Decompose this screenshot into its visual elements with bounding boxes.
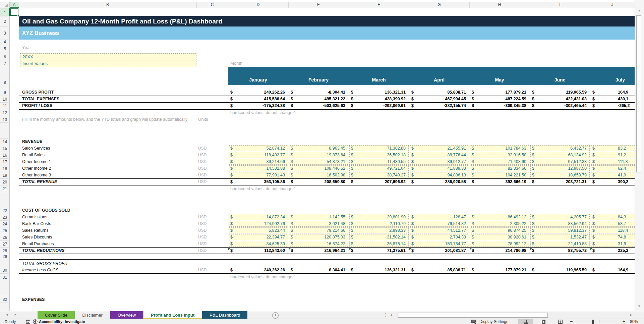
row-header-6[interactable]: 6 xyxy=(0,54,10,60)
cell-value[interactable]: 2,110.79 xyxy=(357,220,406,227)
row-header-3[interactable]: 3 xyxy=(0,31,10,36)
cell-value[interactable]: 164,9 xyxy=(618,89,635,96)
cell-value[interactable]: 177,879.21 xyxy=(477,267,526,273)
cell-value[interactable]: 78,992.12 xyxy=(477,240,526,247)
cell-value[interactable]: 39,912.77 xyxy=(417,158,466,165)
cell-value[interactable]: 2,998.33 xyxy=(357,227,406,234)
cell-value[interactable]: 19,873.64 xyxy=(296,152,345,158)
unit-cell[interactable]: USD xyxy=(198,152,218,158)
row-header-32[interactable]: 32 xyxy=(0,297,10,302)
col-header-e[interactable]: E xyxy=(288,2,349,8)
unit-cell[interactable]: USD xyxy=(198,267,218,273)
cell-value[interactable]: 225,3 xyxy=(618,247,635,254)
cell-value[interactable]: 86,492.12 xyxy=(477,214,526,220)
col-header-c[interactable]: C xyxy=(196,2,228,8)
zoom-in-button[interactable]: + xyxy=(623,319,625,324)
cell-value[interactable]: 71,375.61 xyxy=(357,247,406,254)
tab-pl-dashboard[interactable]: P&L Dashboard xyxy=(202,311,247,319)
cell-value[interactable]: 88,776.44 xyxy=(417,152,466,158)
scroll-down-icon[interactable]: ▼ xyxy=(638,305,641,308)
selection-fill-handle[interactable] xyxy=(17,15,19,17)
row-header-18[interactable]: 18 xyxy=(0,166,10,171)
cell-value[interactable]: 164,9 xyxy=(618,267,635,273)
row-header-16[interactable]: 16 xyxy=(0,153,10,158)
row-header-26[interactable]: 26 xyxy=(0,235,10,240)
year-hint-cell[interactable]: Insert Values xyxy=(20,60,196,67)
cell-value[interactable]: 286,920.58 xyxy=(417,178,466,185)
cell-value[interactable]: 108,446.52 xyxy=(296,165,345,172)
cell-value[interactable]: 487,224.59 xyxy=(477,96,526,102)
cell-value[interactable]: 79,214.66 xyxy=(296,227,345,234)
row-header-10[interactable]: 10 xyxy=(0,97,10,102)
row-label[interactable]: Commissions xyxy=(22,214,183,220)
cell-value[interactable]: 84,625.39 xyxy=(236,240,285,247)
month-header-july[interactable]: July xyxy=(590,76,635,83)
cell-value[interactable]: 89,214.66 xyxy=(236,158,285,165)
cell-value[interactable]: 3,021.48 xyxy=(296,220,345,227)
cell-value[interactable]: 392,666.19 xyxy=(477,178,526,185)
col-header-g[interactable]: G xyxy=(409,2,469,8)
row-header-28[interactable]: 28 xyxy=(0,248,10,254)
unit-cell[interactable]: USD xyxy=(198,234,218,240)
vertical-scroll-thumb[interactable] xyxy=(636,15,641,172)
tab-nav-right-icon[interactable]: ► xyxy=(14,313,17,316)
cell-value[interactable]: 5,823.44 xyxy=(236,227,285,234)
hardcoded-note-cell[interactable]: hardcoded values, do not change ^ xyxy=(230,186,371,192)
tab-nav-left-icon[interactable]: ◄ xyxy=(5,313,8,316)
hardcoded-note-cell[interactable]: hardcoded values, do not change ^ xyxy=(230,110,371,115)
row-header-24[interactable]: 24 xyxy=(0,221,10,227)
page-break-view-button[interactable] xyxy=(553,319,568,324)
accessibility-status[interactable]: Accessibility: Investigate xyxy=(39,319,85,324)
row-header-19[interactable]: 19 xyxy=(0,173,10,178)
row-header-9[interactable]: 9 xyxy=(0,90,10,95)
tab-cover-slide[interactable]: Cover Slide xyxy=(38,311,75,319)
cell-value[interactable]: 390,2 xyxy=(618,178,635,185)
cell-value[interactable]: 83,755.72 xyxy=(538,247,587,254)
cell-value[interactable]: -8,304.41 xyxy=(296,267,345,273)
month-header-january[interactable]: January xyxy=(228,76,288,83)
cell-value[interactable]: 83,2 xyxy=(618,145,635,152)
tab-overview[interactable]: Overview xyxy=(110,311,143,319)
normal-view-button[interactable] xyxy=(518,319,533,324)
row-label[interactable]: Back Bar Costs xyxy=(22,220,183,227)
col-header-b[interactable]: B xyxy=(19,2,196,8)
cell-value[interactable]: 16,874.22 xyxy=(296,240,345,247)
cell-value[interactable]: 82,334.66 xyxy=(477,165,526,172)
cell-value[interactable]: 53,7 xyxy=(618,220,635,227)
cell-value[interactable]: 97,512.33 xyxy=(538,158,587,165)
row-header-12[interactable]: 12 xyxy=(0,110,10,115)
cell-value[interactable]: 1,532.47 xyxy=(538,234,587,240)
fill-instruction-cell[interactable]: Fill in the monthly amounts below, and t… xyxy=(22,117,196,122)
cell-value[interactable]: 76,514.82 xyxy=(417,220,466,227)
tab-disclaimer[interactable]: Disclaimer xyxy=(75,311,110,319)
row-header-1[interactable]: 1 xyxy=(0,10,10,15)
month-label-cell[interactable]: Month xyxy=(230,61,271,66)
cell-value[interactable]: 201,081.87 xyxy=(417,247,466,254)
col-header-j[interactable]: J xyxy=(590,2,635,8)
new-sheet-button[interactable]: + xyxy=(272,312,279,319)
zoom-out-button[interactable]: − xyxy=(570,319,573,324)
row-label[interactable]: GROSS PROFIT xyxy=(22,89,183,96)
row-header-15[interactable]: 15 xyxy=(0,146,10,151)
row-label[interactable]: TOTAL EXPENSES xyxy=(22,96,183,102)
unit-cell[interactable]: USD xyxy=(198,145,218,152)
cell-value[interactable]: 208,659.80 xyxy=(296,178,345,185)
row-label[interactable]: Other Income 2 xyxy=(22,165,183,172)
col-header-a[interactable]: A xyxy=(10,2,19,8)
row-label[interactable]: Sales Discounts xyxy=(22,234,183,240)
unit-cell[interactable]: USD xyxy=(198,220,218,227)
page-layout-view-button[interactable] xyxy=(536,319,551,324)
cell-value[interactable]: 428,390.92 xyxy=(357,96,406,102)
tab-profit-and-loss-input[interactable]: Profit and Loss Input xyxy=(143,311,202,319)
row-header-25[interactable]: 25 xyxy=(0,228,10,233)
cell-value[interactable]: 59,812.37 xyxy=(538,227,587,234)
cell-value[interactable]: 52,874.12 xyxy=(236,145,285,152)
cell-value[interactable]: 14,872.34 xyxy=(236,214,285,220)
cell-value[interactable]: 128.47 xyxy=(417,214,466,220)
row-header-22[interactable]: 22 xyxy=(0,208,10,213)
cell-value[interactable]: 240,262.26 xyxy=(236,267,285,273)
company-name-cell[interactable]: XYZ Business xyxy=(19,26,635,40)
cell-value[interactable]: 12,987.50 xyxy=(538,165,587,172)
cell-value[interactable]: 136,321.31 xyxy=(357,89,406,96)
horizontal-scroll-thumb[interactable] xyxy=(398,313,548,318)
